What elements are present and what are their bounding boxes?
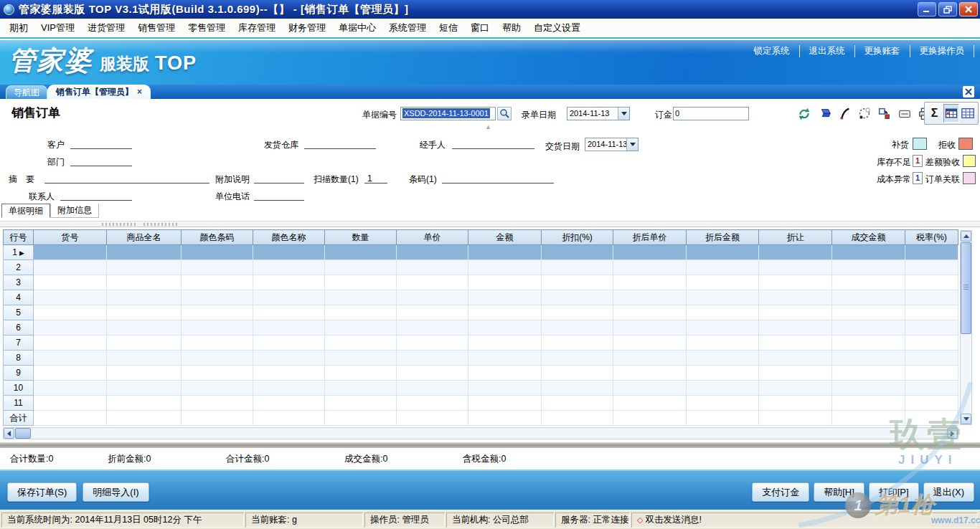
grid-cell[interactable] bbox=[34, 351, 107, 366]
grid-cell[interactable] bbox=[759, 335, 832, 351]
delivery-date-select[interactable]: 2014-11-13 bbox=[585, 138, 639, 151]
grid-cell[interactable] bbox=[182, 320, 253, 335]
grid-cell[interactable] bbox=[905, 290, 958, 305]
horizontal-scroll-thumb[interactable] bbox=[15, 428, 31, 439]
grid-cell[interactable] bbox=[107, 381, 182, 396]
col-header-color-barcode[interactable]: 颜色条码 bbox=[182, 230, 253, 245]
grid-cell[interactable] bbox=[397, 245, 468, 260]
grid-cell[interactable] bbox=[832, 260, 905, 275]
grid-cell[interactable] bbox=[687, 335, 759, 351]
menu-item-lingshou[interactable]: 零售管理 bbox=[182, 19, 232, 37]
grid-cell[interactable] bbox=[182, 290, 253, 305]
col-header-item-name[interactable]: 商品全名 bbox=[107, 230, 182, 245]
grid-cell[interactable] bbox=[182, 245, 253, 260]
grid-cell[interactable] bbox=[34, 335, 107, 351]
grid-cell[interactable] bbox=[397, 335, 468, 351]
grid-cell[interactable] bbox=[34, 366, 107, 381]
grid-cell[interactable] bbox=[182, 305, 253, 320]
delivery-date-dropdown-button[interactable] bbox=[626, 138, 638, 151]
grid-cell[interactable] bbox=[542, 260, 613, 275]
grid-cell[interactable] bbox=[34, 396, 107, 411]
grid-cell[interactable] bbox=[905, 260, 958, 275]
grid-cell[interactable] bbox=[107, 290, 182, 305]
grid-cell[interactable] bbox=[397, 290, 468, 305]
grid-cell[interactable] bbox=[468, 366, 542, 381]
grid-plain-view-button[interactable] bbox=[960, 104, 976, 123]
grid-cell[interactable] bbox=[107, 245, 182, 260]
grid-cell[interactable] bbox=[687, 290, 759, 305]
grid-cell[interactable] bbox=[542, 381, 613, 396]
grid-cell[interactable] bbox=[34, 305, 107, 320]
grid-cell[interactable] bbox=[325, 366, 397, 381]
grid-cell[interactable] bbox=[542, 366, 613, 381]
grid-cell[interactable] bbox=[905, 245, 958, 260]
table-row[interactable]: 合计 bbox=[4, 411, 958, 426]
table-row[interactable]: 10 bbox=[4, 381, 958, 396]
grid-detail-view-button[interactable] bbox=[943, 104, 959, 123]
menu-item-xiaoshou[interactable]: 销售管理 bbox=[131, 19, 182, 37]
exit-system-link[interactable]: 退出系统 bbox=[800, 45, 855, 57]
grid-cell[interactable] bbox=[759, 396, 832, 411]
col-header-disc-amount[interactable]: 折后金额 bbox=[687, 230, 759, 245]
grid-cell[interactable] bbox=[325, 411, 397, 426]
grid-cell[interactable] bbox=[325, 290, 397, 305]
grid-cell[interactable] bbox=[832, 381, 905, 396]
grid-cell[interactable] bbox=[253, 245, 325, 260]
grid-cell[interactable] bbox=[542, 290, 613, 305]
grid-cell[interactable] bbox=[759, 245, 832, 260]
grid-cell[interactable] bbox=[107, 335, 182, 351]
scroll-left-button[interactable] bbox=[4, 428, 14, 439]
grid-cell[interactable] bbox=[253, 351, 325, 366]
col-header-unit-price[interactable]: 单价 bbox=[397, 230, 468, 245]
grid-cell[interactable] bbox=[397, 411, 468, 426]
col-header-discount[interactable]: 折扣(%) bbox=[542, 230, 613, 245]
grid-cell[interactable] bbox=[468, 411, 542, 426]
contact-field[interactable] bbox=[60, 191, 132, 201]
grid-cell[interactable] bbox=[832, 335, 905, 351]
grid-cell[interactable] bbox=[34, 320, 107, 335]
row-number-cell[interactable]: 1▶ bbox=[4, 245, 34, 260]
menu-item-danju[interactable]: 单据中心 bbox=[332, 19, 382, 37]
tab-close-icon[interactable]: × bbox=[137, 85, 142, 99]
grid-cell[interactable] bbox=[253, 411, 325, 426]
grid-cell[interactable] bbox=[613, 305, 687, 320]
grid-cell[interactable] bbox=[253, 305, 325, 320]
doc-no-input[interactable]: XSDD-2014-11-13-0001 bbox=[400, 107, 496, 120]
save-order-button[interactable]: 保存订单(S) bbox=[7, 482, 77, 502]
grid-cell[interactable] bbox=[905, 305, 958, 320]
col-header-row-no[interactable]: 行号 bbox=[4, 230, 34, 245]
grid-cell[interactable] bbox=[397, 366, 468, 381]
grid-cell[interactable] bbox=[468, 335, 542, 351]
grid-cell[interactable] bbox=[759, 305, 832, 320]
menu-item-qichu[interactable]: 期初 bbox=[3, 19, 34, 37]
menu-item-jinhuo[interactable]: 进货管理 bbox=[81, 19, 131, 37]
close-button[interactable] bbox=[959, 2, 978, 16]
row-number-cell[interactable]: 4 bbox=[4, 290, 34, 305]
grid-cell[interactable] bbox=[253, 335, 325, 351]
grid-cell[interactable] bbox=[468, 381, 542, 396]
grid-cell[interactable] bbox=[182, 396, 253, 411]
grid-cell[interactable] bbox=[613, 381, 687, 396]
grid-cell[interactable] bbox=[397, 320, 468, 335]
grid-cell[interactable] bbox=[687, 245, 759, 260]
grid-cell[interactable] bbox=[34, 275, 107, 290]
col-header-color-name[interactable]: 颜色名称 bbox=[253, 230, 325, 245]
grid-cell[interactable] bbox=[325, 396, 397, 411]
sum-view-button[interactable]: Σ bbox=[927, 104, 943, 123]
vertical-scroll-thumb[interactable] bbox=[961, 242, 971, 334]
grid-cell[interactable] bbox=[107, 275, 182, 290]
copy-paste-button[interactable] bbox=[875, 105, 893, 123]
grid-cell[interactable] bbox=[759, 320, 832, 335]
grid-cell[interactable] bbox=[759, 260, 832, 275]
grid-cell[interactable] bbox=[34, 260, 107, 275]
grid-cell[interactable] bbox=[107, 260, 182, 275]
grid-cell[interactable] bbox=[468, 275, 542, 290]
grid-cell[interactable] bbox=[905, 366, 958, 381]
doc-no-lookup-button[interactable] bbox=[497, 107, 512, 120]
grid-cell[interactable] bbox=[687, 305, 759, 320]
splitter-handle[interactable] bbox=[0, 221, 980, 227]
grid-cell[interactable] bbox=[687, 320, 759, 335]
grid-cell[interactable] bbox=[325, 381, 397, 396]
grid-cell[interactable] bbox=[397, 275, 468, 290]
table-row[interactable]: 8 bbox=[4, 351, 958, 366]
